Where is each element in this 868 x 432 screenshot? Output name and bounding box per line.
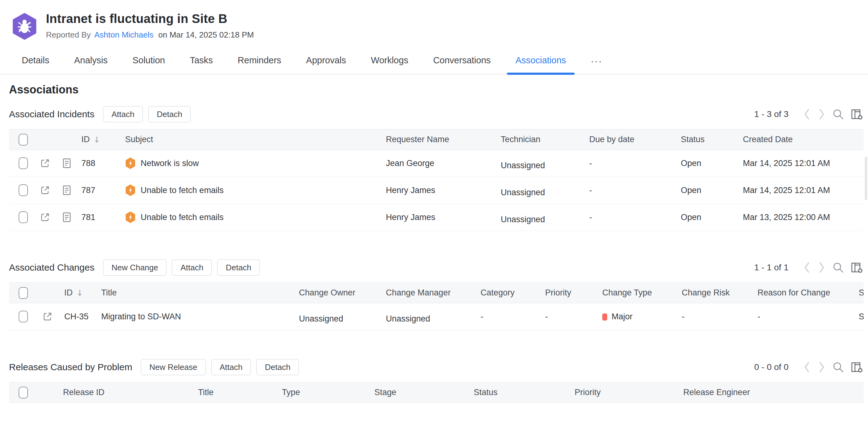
- tab-analysis[interactable]: Analysis: [74, 46, 108, 74]
- select-all-checkbox[interactable]: [19, 134, 28, 146]
- sort-desc-icon[interactable]: ↓: [93, 135, 100, 144]
- changes-detach-button[interactable]: Detach: [217, 259, 259, 276]
- incident-subject-link[interactable]: Unable to fetch emails: [141, 186, 223, 195]
- open-in-new-tab-icon[interactable]: [34, 158, 56, 168]
- incident-id[interactable]: 781: [78, 213, 123, 222]
- notes-icon[interactable]: [56, 185, 78, 195]
- reported-by-label: Reported By: [46, 30, 91, 39]
- releases-table: Release ID Title Type Stage Status Prior…: [9, 382, 864, 403]
- prev-page-icon[interactable]: [802, 361, 811, 373]
- new-release-button[interactable]: New Release: [141, 359, 206, 375]
- prev-page-icon[interactable]: [802, 261, 811, 273]
- col-due-by[interactable]: Due by date: [587, 135, 678, 144]
- releases-section-title: Releases Caused by Problem: [9, 362, 132, 372]
- row-checkbox[interactable]: [19, 184, 28, 196]
- col-id[interactable]: ID: [81, 135, 90, 144]
- changes-pagination-count: 1 - 1 of 1: [754, 263, 788, 273]
- row-checkbox[interactable]: [19, 311, 28, 322]
- incident-due-by: -: [587, 159, 678, 168]
- prev-page-icon[interactable]: [802, 108, 811, 120]
- sort-desc-icon[interactable]: ↓: [76, 288, 83, 298]
- incident-row[interactable]: 787 Unable to fetch emails Henry James U…: [9, 177, 864, 204]
- col-reason-for-change[interactable]: Reason for Change: [755, 288, 856, 298]
- col-created[interactable]: Created Date: [740, 135, 864, 144]
- releases-detach-button[interactable]: Detach: [256, 359, 299, 375]
- row-checkbox[interactable]: [19, 211, 28, 223]
- column-settings-icon[interactable]: [850, 261, 864, 274]
- row-checkbox[interactable]: [19, 157, 28, 169]
- incidents-attach-button[interactable]: Attach: [103, 106, 143, 122]
- col-stage[interactable]: Stage: [372, 388, 471, 397]
- tab-tasks[interactable]: Tasks: [190, 46, 213, 74]
- search-icon[interactable]: [832, 108, 844, 120]
- incident-subject-link[interactable]: Unable to fetch emails: [141, 213, 223, 222]
- changes-header-row: ID↓ Title Change Owner Change Manager Ca…: [9, 283, 864, 303]
- col-release-engineer[interactable]: Release Engineer: [681, 388, 864, 397]
- tab-conversations[interactable]: Conversations: [433, 46, 491, 74]
- incident-technician[interactable]: Unassigned: [498, 215, 587, 224]
- change-id[interactable]: CH-35: [61, 312, 99, 321]
- more-tabs-icon[interactable]: ...: [591, 53, 602, 65]
- select-all-checkbox[interactable]: [19, 287, 28, 299]
- incident-icon: [125, 184, 136, 196]
- associated-changes-table: ID↓ Title Change Owner Change Manager Ca…: [9, 282, 864, 330]
- incident-row[interactable]: 788 Network is slow Jean George Unassign…: [9, 150, 864, 177]
- search-icon[interactable]: [832, 261, 844, 274]
- column-settings-icon[interactable]: [850, 107, 864, 121]
- change-row[interactable]: CH-35 Migrating to SD-WAN Unassigned Una…: [9, 303, 864, 330]
- search-icon[interactable]: [832, 361, 844, 373]
- tab-associations[interactable]: Associations: [516, 46, 566, 74]
- incident-id[interactable]: 788: [78, 159, 123, 168]
- tab-solution[interactable]: Solution: [132, 46, 165, 74]
- col-priority[interactable]: Priority: [542, 288, 600, 298]
- tab-approvals[interactable]: Approvals: [306, 46, 346, 74]
- reporter-link[interactable]: Ashton Michaels: [94, 30, 154, 39]
- next-page-icon[interactable]: [817, 361, 827, 373]
- incident-id[interactable]: 787: [78, 186, 123, 195]
- col-technician[interactable]: Technician: [498, 135, 587, 144]
- change-title-link[interactable]: Migrating to SD-WAN: [99, 312, 297, 321]
- open-in-new-tab-icon[interactable]: [34, 185, 56, 195]
- col-truncated[interactable]: S: [856, 288, 864, 298]
- col-change-type[interactable]: Change Type: [600, 288, 679, 298]
- col-priority[interactable]: Priority: [572, 388, 681, 397]
- notes-icon[interactable]: [56, 212, 78, 222]
- new-change-button[interactable]: New Change: [103, 259, 166, 276]
- incident-subject-link[interactable]: Network is slow: [141, 159, 199, 168]
- col-requester[interactable]: Requester Name: [383, 135, 498, 144]
- change-priority: -: [542, 312, 600, 321]
- changes-toolbar: Associated Changes New Change Attach Det…: [9, 259, 864, 276]
- open-in-new-tab-icon[interactable]: [34, 312, 61, 321]
- changes-attach-button[interactable]: Attach: [172, 259, 212, 276]
- tab-worklogs[interactable]: Worklogs: [371, 46, 408, 74]
- change-reason: -: [755, 312, 856, 321]
- col-status[interactable]: Status: [678, 135, 740, 144]
- col-release-id[interactable]: Release ID: [61, 388, 195, 397]
- col-category[interactable]: Category: [478, 288, 542, 298]
- col-change-owner[interactable]: Change Owner: [297, 288, 383, 298]
- open-in-new-tab-icon[interactable]: [34, 212, 56, 222]
- releases-pager: 0 - 0 of 0: [754, 360, 864, 374]
- col-subject[interactable]: Subject: [123, 135, 383, 144]
- col-change-risk[interactable]: Change Risk: [679, 288, 755, 298]
- scrollbar-thumb[interactable]: [865, 157, 867, 200]
- col-type[interactable]: Type: [279, 388, 372, 397]
- incident-technician[interactable]: Unassigned: [498, 161, 587, 171]
- select-all-checkbox[interactable]: [19, 387, 28, 399]
- incident-row[interactable]: 781 Unable to fetch emails Henry James U…: [9, 204, 864, 231]
- tab-reminders[interactable]: Reminders: [238, 46, 281, 74]
- releases-attach-button[interactable]: Attach: [211, 359, 251, 375]
- releases-toolbar: Releases Caused by Problem New Release A…: [9, 359, 864, 375]
- column-settings-icon[interactable]: [850, 360, 864, 374]
- notes-icon[interactable]: [56, 158, 78, 168]
- col-id[interactable]: ID: [64, 288, 73, 298]
- col-status[interactable]: Status: [471, 388, 572, 397]
- col-title[interactable]: Title: [195, 388, 279, 397]
- col-change-manager[interactable]: Change Manager: [383, 288, 478, 298]
- incidents-detach-button[interactable]: Detach: [148, 106, 191, 122]
- col-title[interactable]: Title: [99, 288, 297, 298]
- next-page-icon[interactable]: [817, 261, 827, 273]
- incident-technician[interactable]: Unassigned: [498, 188, 587, 197]
- tab-details[interactable]: Details: [22, 46, 49, 74]
- next-page-icon[interactable]: [817, 108, 827, 120]
